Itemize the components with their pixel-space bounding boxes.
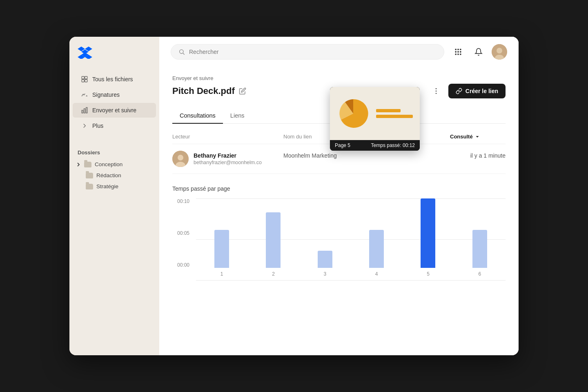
consulted-cell: il y a 1 minute	[450, 151, 506, 159]
svg-rect-21	[455, 53, 457, 55]
bell-icon	[474, 48, 483, 56]
create-link-button[interactable]: Créer le lien	[448, 84, 506, 98]
svg-line-14	[183, 53, 185, 55]
folders-section-label: Dossiers	[69, 141, 159, 159]
column-label: Lecteur	[172, 134, 190, 140]
chart-x-labels: 1 2 3 4 5 6	[196, 269, 506, 280]
svg-point-13	[180, 50, 183, 53]
grid-icon	[454, 48, 462, 56]
svg-rect-6	[82, 76, 84, 79]
chevron-right-icon	[76, 162, 81, 167]
chart-icon	[81, 107, 88, 114]
header	[159, 37, 519, 67]
search-bar[interactable]	[171, 44, 444, 60]
create-link-label: Créer le lien	[466, 88, 498, 94]
tooltip-time: Temps passé: 00:12	[371, 143, 415, 148]
svg-point-27	[436, 88, 437, 89]
chart-y-labels: 00:10 00:05 00:00	[172, 198, 193, 268]
search-icon	[178, 49, 185, 55]
tab-consultations[interactable]: Consultations	[172, 108, 223, 124]
logo	[69, 47, 159, 72]
chart-bar-group-3[interactable]	[299, 198, 351, 268]
tooltip-image	[330, 87, 420, 140]
sidebar-item-more[interactable]: Plus	[73, 118, 156, 133]
dropbox-logo-icon	[78, 47, 92, 59]
column-label: Consulté	[450, 134, 473, 140]
chart-container: 00:10 00:05 00:00	[172, 198, 506, 280]
svg-rect-8	[82, 80, 84, 82]
bell-icon-button[interactable]	[471, 45, 486, 59]
svg-point-31	[178, 155, 183, 160]
column-label: Nom du lien	[283, 134, 312, 140]
folder-item-redaction[interactable]: Rédaction	[69, 170, 159, 181]
folder-icon	[84, 162, 91, 167]
x-label-5: 5	[402, 269, 454, 280]
title-right: Créer le lien	[429, 84, 506, 98]
reader-avatar-image	[172, 151, 189, 167]
grid-line-bottom	[196, 280, 506, 281]
chart-bar-group-1[interactable]	[196, 198, 247, 268]
chart-bar-group-5[interactable]	[402, 198, 454, 268]
tab-liens[interactable]: Liens	[223, 108, 252, 124]
folder-item-strategie[interactable]: Stratégie	[69, 181, 159, 192]
svg-rect-11	[84, 109, 85, 113]
edit-title-button[interactable]	[239, 87, 246, 95]
svg-rect-9	[85, 80, 87, 82]
x-label-3: 3	[299, 269, 351, 280]
pie-bar-1	[376, 109, 401, 112]
app-window: Tous les fichiers Signatures Envoyer et …	[69, 37, 519, 355]
svg-rect-22	[457, 53, 459, 55]
svg-rect-19	[457, 51, 459, 52]
chart-bar-3	[318, 251, 332, 268]
content-area: Envoyer et suivre Pitch Deck.pdf	[159, 67, 519, 355]
reader-info: Bethany Frazier bethanyfrazier@moonhelm.…	[194, 152, 262, 165]
sidebar-item-label: Plus	[92, 122, 103, 129]
chart-bar-5	[421, 198, 435, 268]
y-label: 00:05	[177, 230, 189, 236]
signature-icon	[81, 91, 88, 98]
folder-icon	[86, 184, 93, 189]
table-row: Bethany Frazier bethanyfrazier@moonhelm.…	[172, 144, 506, 174]
header-icons	[451, 44, 507, 60]
column-consulte[interactable]: Consulté	[450, 134, 506, 140]
sidebar-item-signatures[interactable]: Signatures	[73, 87, 156, 102]
avatar[interactable]	[492, 44, 507, 60]
sidebar-item-send-track[interactable]: Envoyer et suivre	[73, 103, 156, 118]
chart-bar-2	[266, 212, 281, 268]
chart-bar-group-2[interactable]	[247, 198, 299, 268]
svg-rect-16	[457, 49, 459, 50]
svg-rect-7	[85, 76, 87, 79]
main-content: Envoyer et suivre Pitch Deck.pdf	[159, 37, 519, 355]
chevron-right-icon	[81, 122, 88, 129]
chart-bar-4	[369, 230, 384, 268]
search-input[interactable]	[189, 49, 437, 55]
sidebar: Tous les fichiers Signatures Envoyer et …	[69, 37, 159, 355]
folder-icon	[86, 173, 93, 178]
folder-label: Rédaction	[96, 172, 121, 178]
sort-arrow-icon	[474, 134, 480, 140]
sidebar-item-all-files[interactable]: Tous les fichiers	[73, 72, 156, 87]
svg-rect-20	[460, 51, 461, 52]
folder-item-conception[interactable]: Conception	[69, 159, 159, 170]
chart-bar-group-4[interactable]	[351, 198, 402, 268]
chart-bar-1	[214, 230, 229, 268]
page-title: Pitch Deck.pdf	[172, 86, 235, 96]
tooltip-footer: Page 5 Temps passé: 00:12	[330, 140, 420, 151]
y-label: 00:10	[177, 198, 189, 204]
more-options-button[interactable]	[429, 84, 443, 98]
time-spent-cell: Page 5 Temps passé: 00:12	[367, 151, 450, 152]
svg-rect-23	[460, 53, 461, 55]
page-preview-tooltip: Page 5 Temps passé: 00:12	[330, 87, 420, 151]
pie-bars	[376, 109, 413, 118]
column-lecteur: Lecteur	[172, 134, 283, 140]
chart-bar-group-6[interactable]	[454, 198, 506, 268]
link-icon	[456, 88, 462, 94]
chart-title: Temps passé par page	[172, 185, 506, 192]
tooltip-page: Page 5	[335, 143, 350, 148]
svg-rect-17	[460, 49, 461, 50]
grid-icon-button[interactable]	[451, 45, 466, 59]
sidebar-item-label: Tous les fichiers	[92, 76, 133, 82]
chart-section: Temps passé par page 00:10 00:05 00:00	[172, 185, 506, 280]
svg-point-28	[436, 91, 437, 92]
svg-point-25	[497, 48, 502, 53]
